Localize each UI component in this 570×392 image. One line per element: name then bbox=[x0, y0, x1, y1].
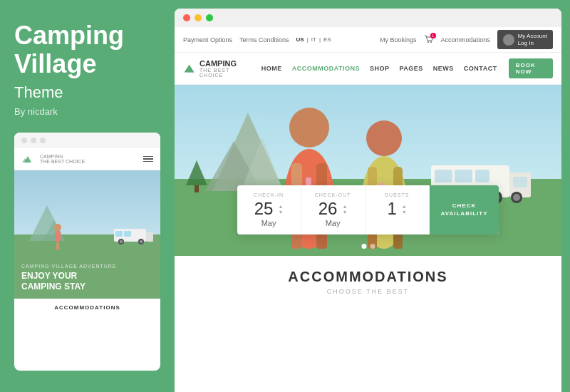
svg-point-17 bbox=[430, 41, 432, 43]
checkout-up-arrow[interactable]: ▲ bbox=[342, 204, 347, 209]
svg-marker-23 bbox=[186, 160, 207, 185]
mini-hero-text: CAMPING VILLAGE ADVENTURE ENJOY YOUR CAM… bbox=[21, 264, 153, 292]
my-bookings-link[interactable]: My Bookings bbox=[380, 36, 417, 43]
guests-down-arrow[interactable]: ▼ bbox=[402, 210, 407, 215]
svg-line-15 bbox=[58, 242, 59, 250]
mini-acc-title: ACCOMMODATIONS bbox=[21, 304, 153, 311]
checkin-day: 25 bbox=[254, 200, 274, 217]
nav-accommodations[interactable]: ACCOMMODATIONS bbox=[292, 65, 360, 72]
svg-point-40 bbox=[289, 108, 329, 148]
mini-browser: CAMPING THE BEST CHOICE bbox=[14, 133, 160, 371]
guests-value: 1 ▲ ▼ bbox=[378, 200, 416, 217]
svg-rect-6 bbox=[115, 231, 123, 237]
accommodations-title: ACCOMMODATIONS bbox=[189, 269, 547, 285]
author-label: By nicdark bbox=[14, 106, 160, 117]
nav-news[interactable]: NEWS bbox=[433, 65, 454, 72]
chrome-dot-2 bbox=[31, 138, 36, 143]
mini-nav: CAMPING THE BEST CHOICE bbox=[14, 148, 160, 170]
nav-shop[interactable]: SHOP bbox=[370, 65, 390, 72]
book-now-button[interactable]: BOOK NOW bbox=[509, 58, 553, 78]
svg-point-12 bbox=[54, 224, 61, 231]
guests-field[interactable]: GUESTS 1 ▲ ▼ bbox=[366, 185, 430, 234]
hero-dot-1[interactable] bbox=[361, 244, 366, 249]
guests-count: 1 bbox=[387, 200, 396, 217]
payment-options-link[interactable]: Payment Options bbox=[183, 36, 232, 43]
checkin-field[interactable]: CHECK-IN 25 ▲ ▼ May bbox=[237, 185, 301, 234]
svg-rect-5 bbox=[146, 232, 153, 242]
chrome-dot-1 bbox=[21, 138, 27, 143]
hero-trees-left bbox=[186, 160, 207, 196]
checkin-up-arrow[interactable]: ▲ bbox=[278, 204, 283, 209]
svg-rect-7 bbox=[124, 231, 131, 237]
check-avail-label: CHECK AVAILABILITY bbox=[441, 202, 488, 217]
checkin-label: CHECK-IN bbox=[250, 192, 288, 197]
mini-accommodations: ACCOMMODATIONS bbox=[14, 299, 160, 316]
main-nav: CAMPING THE BEST CHOICE HOME ACCOMMODATI… bbox=[175, 53, 561, 85]
accommodations-link[interactable]: Accommodations bbox=[441, 36, 490, 43]
hamburger-line-3 bbox=[143, 161, 153, 163]
checkout-down-arrow[interactable]: ▼ bbox=[342, 210, 347, 215]
svg-rect-24 bbox=[195, 185, 199, 192]
checkout-field[interactable]: CHECK-OUT 26 ▲ ▼ May bbox=[301, 185, 366, 234]
cart-icon-wrap[interactable]: 1 bbox=[424, 35, 434, 45]
lang-separator1: | bbox=[307, 36, 309, 43]
utility-bar: Payment Options Terms Conditions US | IT… bbox=[175, 27, 561, 53]
nav-logo[interactable]: CAMPING THE BEST CHOICE bbox=[183, 59, 243, 78]
terms-link[interactable]: Terms Conditions bbox=[239, 36, 289, 43]
mini-browser-chrome bbox=[14, 133, 160, 148]
nav-items: HOME ACCOMMODATIONS SHOP PAGES NEWS CONT… bbox=[261, 65, 497, 72]
hero-dot-2[interactable] bbox=[370, 244, 375, 249]
title-line1: Camping bbox=[14, 21, 124, 50]
language-selector[interactable]: US | IT | ES bbox=[296, 36, 331, 43]
accommodations-section: ACCOMMODATIONS CHOOSE THE BEST bbox=[175, 256, 561, 302]
mini-hero-tagline: CAMPING VILLAGE ADVENTURE bbox=[21, 264, 153, 269]
guests-up-arrow[interactable]: ▲ bbox=[402, 204, 407, 209]
logo-mountain-icon bbox=[183, 61, 195, 76]
hamburger-line-1 bbox=[143, 156, 153, 158]
mini-hero-title: ENJOY YOUR CAMPING STAY bbox=[21, 271, 153, 292]
my-account-label: My Account Log In bbox=[518, 33, 547, 46]
check-availability-button[interactable]: CHECK AVAILABILITY bbox=[430, 185, 499, 234]
nav-contact[interactable]: CONTACT bbox=[464, 65, 497, 72]
checkout-value: 26 ▲ ▼ bbox=[314, 200, 352, 217]
nav-pages[interactable]: PAGES bbox=[400, 65, 423, 72]
svg-rect-28 bbox=[455, 170, 472, 182]
main-title: Camping Village bbox=[14, 21, 160, 78]
hamburger-line-2 bbox=[143, 158, 153, 160]
checkin-arrows[interactable]: ▲ ▼ bbox=[278, 204, 283, 215]
mini-logo-text: CAMPING THE BEST CHOICE bbox=[40, 154, 85, 165]
mini-hamburger-menu[interactable] bbox=[143, 156, 153, 163]
mini-hero-section: CAMPING VILLAGE ADVENTURE ENJOY YOUR CAM… bbox=[14, 170, 160, 299]
left-panel: Camping Village Theme By nicdark CAMPING… bbox=[0, 0, 175, 392]
svg-point-48 bbox=[366, 120, 402, 156]
chrome-dot-green bbox=[206, 14, 213, 21]
checkout-label: CHECK-OUT bbox=[314, 192, 352, 197]
utility-right: My Bookings 1 Accommodations My Account … bbox=[380, 30, 553, 49]
svg-rect-29 bbox=[475, 170, 489, 182]
nav-logo-text-block: CAMPING THE BEST CHOICE bbox=[200, 59, 243, 78]
title-line2: Village bbox=[14, 49, 96, 78]
chrome-dot-yellow bbox=[195, 14, 202, 21]
nav-logo-name: CAMPING bbox=[200, 59, 243, 68]
lang-es[interactable]: ES bbox=[323, 36, 331, 43]
checkout-month: May bbox=[314, 219, 352, 227]
lang-it[interactable]: IT bbox=[311, 36, 316, 43]
my-account-button[interactable]: My Account Log In bbox=[497, 30, 553, 49]
svg-rect-13 bbox=[55, 231, 61, 242]
cart-badge: 1 bbox=[430, 33, 436, 38]
svg-point-9 bbox=[120, 240, 123, 243]
theme-subtitle: Theme bbox=[14, 83, 160, 102]
nav-home[interactable]: HOME bbox=[261, 65, 282, 72]
guests-arrows[interactable]: ▲ ▼ bbox=[402, 204, 407, 215]
mini-rv-svg bbox=[114, 225, 153, 245]
booking-widget: CHECK-IN 25 ▲ ▼ May CHECK-OUT 26 ▲ ▼ bbox=[237, 185, 499, 234]
nav-logo-sub: THE BEST CHOICE bbox=[200, 68, 243, 78]
checkin-down-arrow[interactable]: ▼ bbox=[278, 210, 283, 215]
mini-logo-icon bbox=[21, 153, 34, 165]
guests-label: GUESTS bbox=[378, 192, 416, 197]
utility-left: Payment Options Terms Conditions US | IT… bbox=[183, 36, 331, 43]
lang-us[interactable]: US bbox=[296, 36, 304, 43]
checkout-arrows[interactable]: ▲ ▼ bbox=[342, 204, 347, 215]
chrome-dot-3 bbox=[40, 138, 46, 143]
checkin-month: May bbox=[250, 219, 288, 227]
